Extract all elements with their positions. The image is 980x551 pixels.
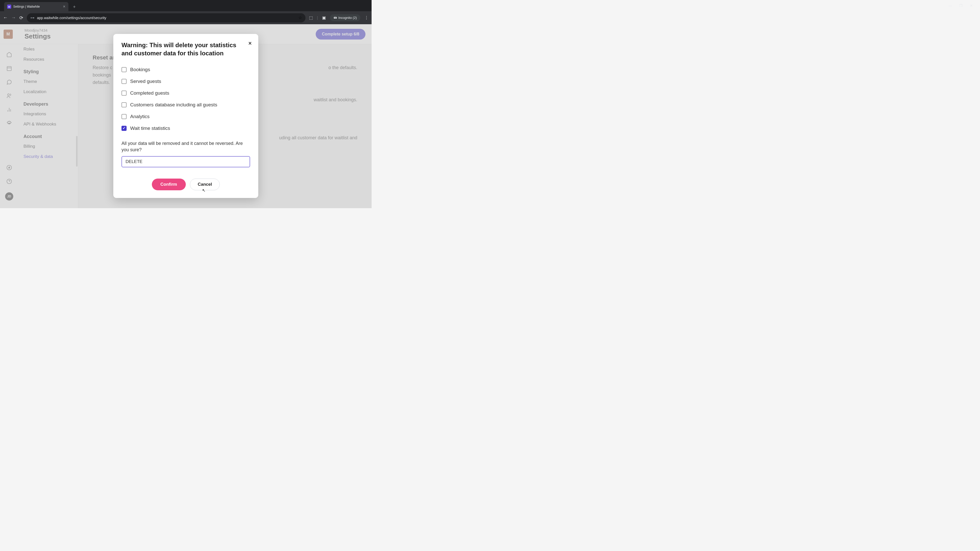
checkbox-label: Served guests [130, 79, 161, 84]
url-text: app.waitwhile.com/settings/account/secur… [37, 16, 296, 20]
checkbox-wait-time-statistics[interactable] [121, 126, 127, 131]
toolbar-actions: ⬚ | ▣ 🕶 Incognito (2) ⋮ [309, 14, 369, 21]
cancel-button[interactable]: Cancel [190, 179, 220, 190]
nav-bar: ← → ⟳ ⊶ app.waitwhile.com/settings/accou… [0, 11, 372, 24]
incognito-badge[interactable]: 🕶 Incognito (2) [330, 14, 360, 21]
menu-icon[interactable]: ⋮ [364, 15, 369, 20]
browser-tab[interactable]: w Settings | Waitwhile × [4, 2, 68, 11]
checkbox-row-analytics[interactable]: Analytics [121, 111, 250, 122]
divider: | [317, 16, 318, 20]
tab-bar: w Settings | Waitwhile × + — ❐ ✕ [0, 0, 372, 11]
checkbox-label: Analytics [130, 114, 150, 119]
extensions-icon[interactable]: ⬚ [309, 15, 313, 20]
new-tab-button[interactable]: + [72, 3, 77, 11]
checkbox-customers-database[interactable] [121, 102, 127, 107]
incognito-label: Incognito (2) [339, 16, 357, 20]
browser-chrome: w Settings | Waitwhile × + — ❐ ✕ ← → ⟳ ⊶… [0, 0, 372, 24]
checkbox-row-bookings[interactable]: Bookings [121, 64, 250, 76]
modal-warning-text: All your data will be removed and it can… [121, 140, 250, 153]
app-area: M Moodjoy7434 Settings Complete setup 6/… [0, 24, 372, 208]
modal-title: Warning: This will delete your statistic… [121, 41, 250, 58]
modal-actions: Confirm Cancel [121, 179, 250, 190]
checkbox-bookings[interactable] [121, 67, 127, 72]
checkbox-analytics[interactable] [121, 114, 127, 119]
confirm-button[interactable]: Confirm [152, 179, 186, 190]
checkbox-label: Customers database including all guests [130, 102, 217, 108]
back-button[interactable]: ← [3, 15, 8, 21]
checkbox-list: Bookings Served guests Completed guests … [121, 64, 250, 134]
checkbox-row-wait-time[interactable]: Wait time statistics [121, 122, 250, 134]
checkbox-completed-guests[interactable] [121, 91, 127, 96]
tab-close-icon[interactable]: × [63, 4, 65, 9]
checkbox-row-served[interactable]: Served guests [121, 76, 250, 87]
favicon-icon: w [7, 5, 11, 9]
star-icon[interactable]: ☆ [298, 15, 302, 20]
modal-close-button[interactable]: × [248, 40, 251, 47]
incognito-icon: 🕶 [334, 16, 337, 20]
checkbox-row-completed[interactable]: Completed guests [121, 87, 250, 99]
tab-title: Settings | Waitwhile [13, 5, 61, 8]
reload-button[interactable]: ⟳ [19, 15, 23, 21]
panel-icon[interactable]: ▣ [322, 15, 326, 20]
url-bar[interactable]: ⊶ app.waitwhile.com/settings/account/sec… [27, 13, 305, 22]
checkbox-label: Wait time statistics [130, 125, 170, 131]
checkbox-row-customers[interactable]: Customers database including all guests [121, 99, 250, 111]
delete-confirm-input[interactable] [121, 156, 250, 167]
site-info-icon[interactable]: ⊶ [30, 15, 35, 20]
checkbox-label: Completed guests [130, 90, 169, 96]
checkbox-label: Bookings [130, 67, 150, 73]
checkbox-served-guests[interactable] [121, 79, 127, 84]
forward-button[interactable]: → [11, 15, 16, 21]
delete-data-modal: Warning: This will delete your statistic… [113, 34, 258, 198]
modal-overlay[interactable]: Warning: This will delete your statistic… [0, 24, 372, 208]
